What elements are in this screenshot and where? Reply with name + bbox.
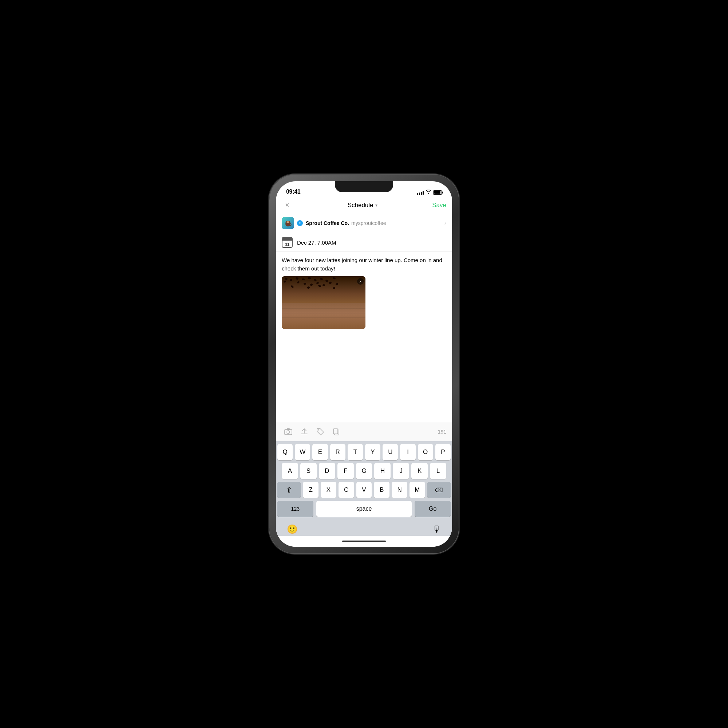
key-b[interactable]: B xyxy=(374,482,390,498)
keyboard-row-2: A S D F G H J K L xyxy=(277,463,451,479)
numbers-key[interactable]: 123 xyxy=(277,501,314,517)
svg-rect-2 xyxy=(284,430,292,434)
coffee-image xyxy=(282,276,366,329)
post-content[interactable]: We have four new lattes joining our wint… xyxy=(276,252,452,422)
key-i[interactable]: I xyxy=(400,444,415,460)
svg-point-1 xyxy=(286,221,289,223)
home-bar xyxy=(342,541,386,542)
key-q[interactable]: Q xyxy=(277,444,293,460)
toolbar: 191 xyxy=(276,422,452,441)
key-j[interactable]: J xyxy=(393,463,409,479)
signal-bars-icon xyxy=(417,190,424,195)
nav-title-label: Schedule xyxy=(348,202,373,209)
char-count: 191 xyxy=(438,429,446,434)
key-o[interactable]: O xyxy=(418,444,433,460)
key-h[interactable]: H xyxy=(374,463,391,479)
key-z[interactable]: Z xyxy=(303,482,318,498)
key-y[interactable]: Y xyxy=(365,444,380,460)
mic-button[interactable]: 🎙 xyxy=(433,524,441,534)
signal-bar-2 xyxy=(419,193,420,195)
svg-rect-4 xyxy=(287,429,290,430)
calendar-icon: 31 xyxy=(282,237,293,248)
status-time: 09:41 xyxy=(286,188,300,195)
signal-bar-4 xyxy=(423,191,424,195)
avatar xyxy=(282,217,294,229)
keyboard-row-4: 123 space Go xyxy=(277,501,451,517)
battery-fill xyxy=(434,191,440,194)
account-handle: mysproutcoffee xyxy=(351,220,386,226)
signal-bar-3 xyxy=(421,192,422,195)
notch xyxy=(335,181,393,192)
upload-button[interactable] xyxy=(298,425,311,438)
key-l[interactable]: L xyxy=(430,463,446,479)
svg-point-5 xyxy=(318,430,319,431)
key-d[interactable]: D xyxy=(319,463,335,479)
close-button[interactable]: × xyxy=(282,201,293,209)
key-e[interactable]: E xyxy=(312,444,327,460)
key-r[interactable]: R xyxy=(330,444,346,460)
camera-button[interactable] xyxy=(282,425,295,438)
key-v[interactable]: V xyxy=(356,482,372,498)
key-n[interactable]: N xyxy=(392,482,407,498)
go-key[interactable]: Go xyxy=(414,501,451,517)
status-icons xyxy=(417,190,442,195)
keyboard: Q W E R T Y U I O P A S D F G xyxy=(276,441,452,521)
twitter-badge: ✦ xyxy=(297,220,303,226)
key-m[interactable]: M xyxy=(410,482,425,498)
chevron-down-icon[interactable]: ▾ xyxy=(375,203,378,208)
nav-title: Schedule ▾ xyxy=(348,202,378,209)
nav-bar: × Schedule ▾ Save xyxy=(276,197,452,213)
shift-key[interactable]: ⇧ xyxy=(277,482,301,498)
home-indicator xyxy=(276,536,452,547)
svg-point-3 xyxy=(287,431,290,434)
calendar-top xyxy=(283,238,292,241)
key-k[interactable]: K xyxy=(411,463,428,479)
copy-button[interactable] xyxy=(330,425,343,438)
key-g[interactable]: G xyxy=(356,463,372,479)
battery-icon xyxy=(433,190,442,195)
calendar-day-number: 31 xyxy=(285,242,289,246)
key-u[interactable]: U xyxy=(382,444,398,460)
phone-screen: 09:41 xyxy=(276,181,452,547)
post-text[interactable]: We have four new lattes joining our wint… xyxy=(282,256,446,273)
account-name: Sprout Coffee Co. xyxy=(306,220,349,226)
tag-button[interactable] xyxy=(314,425,327,438)
key-t[interactable]: T xyxy=(348,444,363,460)
app-content: × Schedule ▾ Save ✦ xyxy=(276,197,452,547)
svg-rect-7 xyxy=(333,429,338,434)
image-close-button[interactable]: × xyxy=(357,278,364,284)
account-row[interactable]: ✦ Sprout Coffee Co. mysproutcoffee › xyxy=(276,213,452,233)
key-p[interactable]: P xyxy=(435,444,451,460)
emoji-row: 🙂 🎙 xyxy=(276,521,452,536)
date-text: Dec 27, 7:00AM xyxy=(297,240,336,246)
twitter-icon: ✦ xyxy=(298,221,301,225)
key-s[interactable]: S xyxy=(300,463,317,479)
wifi-icon xyxy=(425,190,431,195)
delete-key[interactable]: ⌫ xyxy=(427,482,451,498)
post-image-container: × xyxy=(282,276,366,329)
space-key[interactable]: space xyxy=(316,501,412,517)
emoji-button[interactable]: 🙂 xyxy=(287,524,298,534)
account-chevron-icon: › xyxy=(444,220,446,226)
key-w[interactable]: W xyxy=(295,444,310,460)
keyboard-row-3: ⇧ Z X C V B N M ⌫ xyxy=(277,482,451,498)
key-x[interactable]: X xyxy=(321,482,336,498)
save-button[interactable]: Save xyxy=(432,202,446,209)
key-c[interactable]: C xyxy=(338,482,354,498)
keyboard-row-1: Q W E R T Y U I O P xyxy=(277,444,451,460)
key-f[interactable]: F xyxy=(337,463,354,479)
signal-bar-1 xyxy=(417,193,418,195)
date-row[interactable]: 31 Dec 27, 7:00AM xyxy=(276,233,452,252)
phone-wrapper: 09:41 xyxy=(269,175,459,553)
key-a[interactable]: A xyxy=(282,463,298,479)
